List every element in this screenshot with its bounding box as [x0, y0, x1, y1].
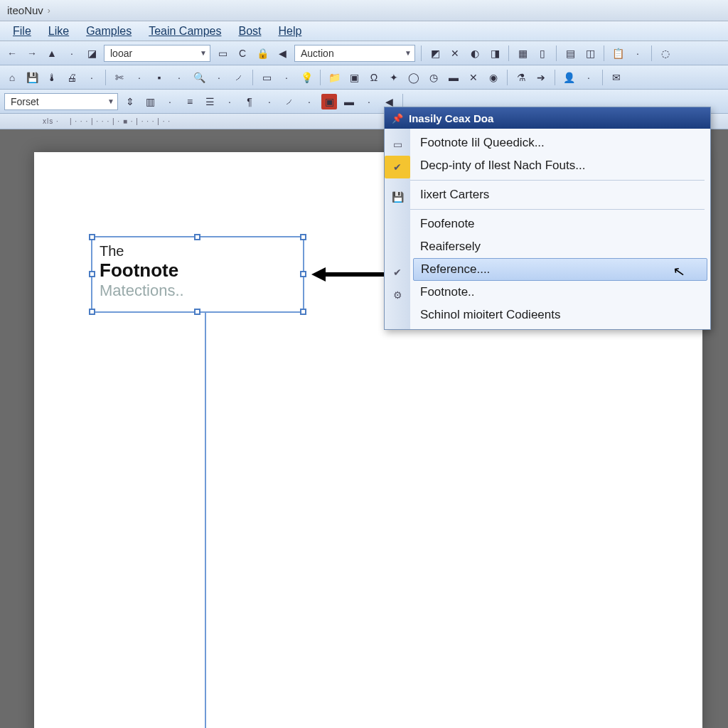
- dot11-icon[interactable]: ·: [361, 94, 377, 109]
- save-icon[interactable]: 💾: [24, 70, 40, 85]
- dot5-icon[interactable]: ·: [279, 70, 294, 85]
- globe-icon[interactable]: ◉: [486, 70, 501, 85]
- menu-item-footnote-queedick[interactable]: Footnote Iil Queedick...: [410, 132, 710, 154]
- folder-icon[interactable]: 📁: [326, 70, 342, 85]
- toolbar-row-2: ⌂ 💾 🌡 🖨 · ✄ · ▪ · 🔍 · ⟋ ▭ · 💡 📁 ▣ Ω ✦ ◯ …: [0, 65, 728, 90]
- resize-handle[interactable]: [194, 309, 200, 315]
- menu-file[interactable]: File: [6, 23, 38, 40]
- page-icon[interactable]: ▯: [535, 46, 550, 61]
- dot7-icon[interactable]: ·: [162, 94, 178, 109]
- clipboard-icon[interactable]: 📋: [610, 46, 626, 61]
- tool-d-icon[interactable]: ·: [630, 46, 646, 61]
- separator: [507, 70, 508, 85]
- separator: [602, 70, 603, 85]
- eq-icon[interactable]: ▬: [446, 70, 461, 85]
- align3-icon[interactable]: ≡: [182, 94, 198, 109]
- align4-icon[interactable]: ☰: [202, 94, 218, 109]
- menu-gutter: ▭ ✔ 💾 ✔ ⚙: [385, 129, 410, 329]
- dot9-icon[interactable]: ·: [262, 94, 277, 109]
- person-icon[interactable]: ▲: [44, 46, 60, 61]
- tool-c-icon[interactable]: ◫: [582, 46, 598, 61]
- bold-icon[interactable]: ▬: [341, 94, 357, 109]
- refresh-icon[interactable]: ◐: [467, 46, 483, 61]
- resize-handle[interactable]: [300, 309, 306, 315]
- dot2-icon[interactable]: ·: [132, 70, 147, 85]
- lock-icon[interactable]: 🔒: [255, 46, 270, 61]
- resize-handle[interactable]: [300, 271, 306, 277]
- menu-teain[interactable]: Teain Campes: [141, 23, 228, 40]
- mail-icon[interactable]: ✉: [609, 70, 624, 85]
- delete-icon[interactable]: ✕: [466, 70, 481, 85]
- resize-handle[interactable]: [89, 271, 95, 277]
- arrow2-icon[interactable]: ➔: [533, 70, 549, 85]
- thermo-icon[interactable]: 🌡: [44, 70, 60, 85]
- spacer: [385, 208, 410, 215]
- app-icon[interactable]: ◪: [84, 46, 100, 61]
- menu-item-foofenote[interactable]: Foofenote: [410, 213, 710, 235]
- dot-icon[interactable]: ·: [84, 70, 100, 85]
- flag-icon[interactable]: ◨: [487, 46, 503, 61]
- flask-icon[interactable]: ⚗: [513, 70, 529, 85]
- menu-item-schinol[interactable]: Schinol mioitert Codieents: [410, 304, 710, 326]
- layout-icon[interactable]: ▦: [515, 46, 530, 61]
- back-icon[interactable]: ←: [4, 46, 20, 61]
- star-icon[interactable]: ✦: [386, 70, 402, 85]
- prev-icon[interactable]: ◀: [274, 46, 290, 61]
- window-icon[interactable]: ▣: [346, 70, 362, 85]
- doc-icon[interactable]: ▭: [215, 46, 230, 61]
- combo-looar-value: looar: [110, 48, 132, 59]
- resize-handle[interactable]: [89, 309, 95, 315]
- rec-icon[interactable]: ▣: [321, 94, 337, 109]
- combo-looar[interactable]: looar ▼: [104, 45, 210, 62]
- tool-e-icon[interactable]: ◌: [658, 46, 673, 61]
- menu-gamples[interactable]: Gamples: [79, 23, 139, 40]
- menu-item-reference[interactable]: Reference.... ↖: [413, 258, 707, 281]
- resize-handle[interactable]: [194, 234, 200, 240]
- combo-forset[interactable]: Forset ▼: [4, 93, 118, 110]
- menu-item-ixert-carters[interactable]: Iixert Carters: [410, 183, 710, 206]
- chevron-down-icon: ▼: [400, 49, 412, 57]
- sep-icon: ·: [64, 46, 80, 61]
- wand-icon[interactable]: ⟋: [231, 70, 247, 85]
- separator: [508, 46, 509, 61]
- menu-item-footnote2[interactable]: Footnote..: [410, 281, 710, 304]
- pilcrow-icon[interactable]: ¶: [242, 94, 257, 109]
- ruler-label: xls ·: [43, 117, 59, 125]
- cut-icon[interactable]: ✄: [112, 70, 127, 85]
- clock-icon[interactable]: ◷: [426, 70, 441, 85]
- stack-icon[interactable]: ▪: [151, 70, 167, 85]
- resize-handle[interactable]: [89, 234, 95, 240]
- print-icon[interactable]: 🖨: [64, 70, 80, 85]
- zoom-icon[interactable]: 🔍: [191, 70, 207, 85]
- combo-auction[interactable]: Auction ▼: [294, 45, 415, 62]
- dot4-icon[interactable]: ·: [211, 70, 227, 85]
- vertical-guide[interactable]: [205, 313, 206, 728]
- forward-icon[interactable]: →: [24, 46, 40, 61]
- align2-icon[interactable]: ▥: [142, 94, 158, 109]
- person2-icon[interactable]: 👤: [561, 70, 577, 85]
- resize-handle[interactable]: [300, 234, 306, 240]
- tool-a-icon[interactable]: ◩: [427, 46, 443, 61]
- omega-icon[interactable]: Ω: [366, 70, 382, 85]
- home-icon[interactable]: ⌂: [4, 70, 20, 85]
- dot10-icon[interactable]: ·: [301, 94, 317, 109]
- selected-text-frame[interactable]: The Footnote Matections..: [91, 236, 304, 313]
- menu-like[interactable]: Like: [41, 23, 76, 40]
- dot8-icon[interactable]: ·: [222, 94, 237, 109]
- align1-icon[interactable]: ⇕: [122, 94, 138, 109]
- tool-b-icon[interactable]: ▤: [562, 46, 578, 61]
- paint-icon[interactable]: ⟋: [282, 94, 297, 109]
- menu-bost[interactable]: Bost: [231, 23, 268, 40]
- toolbar-row-1: ← → ▲ · ◪ looar ▼ ▭ C 🔒 ◀ Auction ▼ ◩ ✕ …: [0, 41, 728, 65]
- minus-icon[interactable]: ▭: [259, 70, 274, 85]
- dot6-icon[interactable]: ·: [581, 70, 596, 85]
- menu-help[interactable]: Help: [271, 23, 309, 40]
- dot3-icon[interactable]: ·: [171, 70, 187, 85]
- circle-icon[interactable]: ◯: [406, 70, 422, 85]
- bulb-icon[interactable]: 💡: [299, 70, 314, 85]
- menu-item-reaifersely[interactable]: Reaifersely: [410, 235, 710, 258]
- menu-item-decp-inty[interactable]: Decp-inty of Ilest Nach Fouts...: [410, 154, 710, 177]
- check-icon: ✔: [385, 261, 410, 284]
- cert-icon[interactable]: C: [235, 46, 250, 61]
- close-x-icon[interactable]: ✕: [447, 46, 463, 61]
